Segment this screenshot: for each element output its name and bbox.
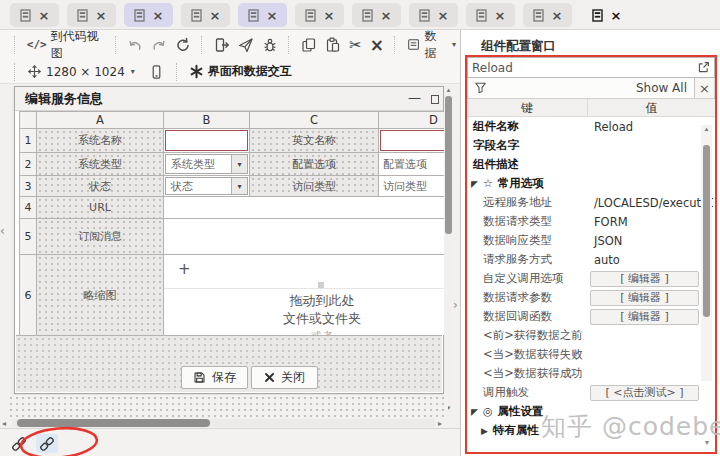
scrollbar-thumb[interactable] — [17, 419, 210, 427]
system-name-input[interactable] — [165, 130, 248, 151]
canvas-horizontal-scrollbar[interactable]: ◂ ▸ — [0, 418, 448, 428]
tab-document-9[interactable]: × — [466, 3, 515, 27]
paste-button[interactable] — [321, 37, 345, 53]
tab-document-10[interactable]: × — [523, 3, 572, 27]
refresh-icon[interactable] — [171, 37, 195, 53]
group-row-attribute-settings[interactable]: ◤◎属性设置 — [469, 402, 713, 421]
filter-funnel-icon[interactable] — [474, 81, 488, 95]
tab-document-5[interactable]: × — [238, 3, 287, 27]
chevron-down-icon[interactable]: ▾ — [231, 178, 247, 194]
event-row[interactable]: <前>获得数据之前 — [469, 326, 713, 345]
config-options-field[interactable]: 配置选项 — [379, 153, 444, 176]
show-all-toggle[interactable]: Show All — [636, 81, 687, 95]
row-header-1[interactable]: 1 — [20, 129, 37, 153]
url-field[interactable] — [164, 197, 444, 219]
close-icon[interactable]: × — [39, 9, 50, 22]
editor-button[interactable]: [ 编辑器 ] — [590, 271, 699, 287]
tab-document-2[interactable]: × — [67, 3, 116, 27]
close-icon[interactable]: × — [210, 9, 221, 22]
scroll-down-arrow[interactable]: ▾ — [705, 438, 709, 447]
property-row[interactable]: 组件名称Reload — [469, 117, 713, 136]
tab-document-7[interactable]: × — [352, 3, 401, 27]
close-icon[interactable]: × — [438, 9, 449, 22]
value-column-header[interactable]: 值 — [588, 99, 715, 116]
data-menu-button[interactable]: 数据 ▾ — [403, 28, 460, 62]
close-icon[interactable]: × — [324, 9, 335, 22]
close-icon[interactable]: × — [381, 9, 392, 22]
open-external-icon[interactable] — [697, 61, 710, 74]
scroll-left-arrow[interactable]: ◂ — [2, 419, 6, 428]
row-header-6[interactable]: 6 — [20, 255, 37, 335]
english-name-input[interactable] — [380, 130, 444, 151]
row-header-4[interactable]: 4 — [20, 197, 37, 219]
editor-button[interactable]: [ 编辑器 ] — [590, 309, 699, 325]
to-code-view-button[interactable]: </> 到代码视图 — [23, 28, 109, 62]
tab-document-6[interactable]: × — [295, 3, 344, 27]
property-row[interactable]: 远程服务地址/LOCALESD/executeCMD — [469, 193, 713, 212]
label-english-name[interactable]: 英文名称 — [250, 129, 379, 153]
column-header-b[interactable]: B — [164, 112, 250, 129]
row-header-2[interactable]: 2 — [20, 153, 37, 176]
canvas-vertical-scrollbar[interactable]: ▴ ▾ — [444, 86, 453, 412]
column-header-a[interactable]: A — [37, 112, 164, 129]
label-subscribe[interactable]: 订阅消息 — [37, 219, 164, 255]
tab-document-4[interactable]: × — [181, 3, 230, 27]
close-icon[interactable]: × — [96, 9, 107, 22]
row-header-3[interactable]: 3 — [20, 176, 37, 197]
minimize-button[interactable]: — — [408, 90, 421, 105]
column-header-d[interactable]: D — [379, 112, 444, 129]
label-status[interactable]: 状态 — [37, 176, 164, 197]
subscribe-field[interactable] — [164, 219, 444, 255]
close-icon[interactable]: × — [552, 9, 563, 22]
scroll-up-arrow[interactable]: ▴ — [701, 125, 712, 133]
access-type-field[interactable]: 访问类型 — [379, 176, 444, 197]
property-row[interactable]: 数据回调函数[ 编辑器 ] — [469, 307, 713, 326]
group-row-common-options[interactable]: ◤☆常用选项 — [469, 174, 713, 193]
system-type-dropdown[interactable]: 系统类型 ▾ — [165, 154, 248, 174]
editor-button[interactable]: [ 编辑器 ] — [590, 290, 699, 306]
clear-filter-button[interactable]: × — [694, 78, 714, 98]
property-row[interactable]: 自定义调用选项[ 编辑器 ] — [469, 269, 713, 288]
key-column-header[interactable]: 键 — [467, 99, 588, 116]
status-dropdown[interactable]: 状态 ▾ — [165, 177, 248, 195]
label-system-type[interactable]: 系统类型 — [37, 153, 164, 176]
resolution-select[interactable]: 1280 × 1024 ▾ — [23, 64, 139, 79]
label-url[interactable]: URL — [37, 197, 164, 219]
property-row[interactable]: 调用触发[ <点击测试> ] — [469, 383, 713, 402]
property-row[interactable]: 数据请求类型FORM — [469, 212, 713, 231]
property-row[interactable]: 数据响应类型JSON — [469, 231, 713, 250]
link-selected-icon[interactable] — [36, 434, 58, 453]
dialog-titlebar[interactable]: 编辑服务信息 — — [15, 87, 443, 111]
close-icon[interactable]: × — [267, 9, 278, 22]
tab-document-3[interactable]: × — [124, 3, 173, 27]
panel-vertical-scrollbar[interactable]: ▴ — [701, 125, 712, 381]
debug-bug-icon[interactable] — [258, 37, 282, 53]
event-row[interactable]: <当>数据获得成功 — [469, 364, 713, 383]
link-icon[interactable] — [8, 434, 30, 453]
scrollbar-thumb[interactable] — [703, 145, 710, 317]
cut-scissors-icon[interactable]: ✂ — [345, 36, 366, 54]
property-row[interactable]: 字段名字 — [469, 136, 713, 155]
label-system-name[interactable]: 系统名称 — [37, 129, 164, 153]
tree-expanded-icon[interactable]: ◤ — [471, 407, 478, 417]
component-name-input[interactable]: Reload — [467, 57, 715, 78]
tab-document-8[interactable]: × — [409, 3, 458, 27]
undo-button[interactable] — [123, 37, 147, 53]
collapse-left-arrow[interactable]: ‹ — [0, 224, 5, 238]
scrollbar-thumb[interactable] — [445, 96, 452, 234]
copy-button[interactable] — [297, 37, 321, 53]
save-button[interactable]: 保存 — [181, 366, 248, 389]
expand-right-arrow[interactable]: › — [453, 298, 458, 312]
send-icon[interactable] — [234, 37, 258, 53]
tree-expanded-icon[interactable]: ◤ — [471, 179, 478, 189]
label-thumbnail[interactable]: 略缩图 — [37, 255, 164, 335]
property-row[interactable]: 数据请求参数[ 编辑器 ] — [469, 288, 713, 307]
property-row[interactable]: 请求服务方式auto — [469, 250, 713, 269]
event-row[interactable]: <当>数据获得失败 — [469, 345, 713, 364]
add-file-button[interactable]: + — [178, 260, 191, 278]
close-icon[interactable]: × — [611, 9, 622, 22]
close-icon[interactable]: × — [153, 9, 164, 22]
delete-x-button[interactable]: × — [366, 35, 388, 55]
tab-document-1[interactable]: × — [10, 3, 59, 27]
label-access-type[interactable]: 访问类型 — [250, 176, 379, 197]
